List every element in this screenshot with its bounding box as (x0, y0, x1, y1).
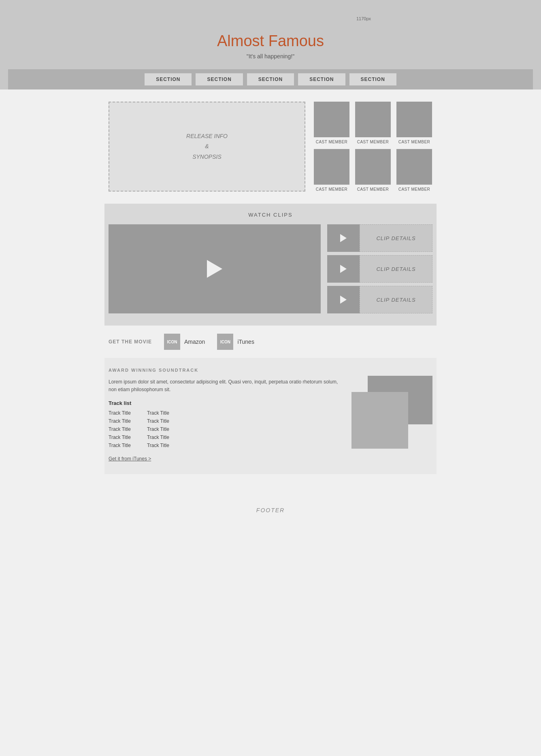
clip-item-1[interactable]: CLIP DETAILS (327, 224, 432, 252)
cast-item-5[interactable]: CAST MEMBER (355, 149, 391, 192)
clip-details-text-2: CLIP DETAILS (376, 266, 415, 272)
amazon-icon: ICON (164, 334, 180, 350)
release-line3: SYNOPSIS (192, 153, 222, 160)
release-info-text: RELEASE INFO & SYNOPSIS (186, 131, 228, 162)
soundtrack-right (351, 368, 432, 462)
amazon-label: Amazon (184, 339, 205, 345)
clip-details-text-3: CLIP DETAILS (376, 297, 415, 303)
release-info-box: RELEASE INFO & SYNOPSIS (109, 102, 305, 192)
nav-bar: SECTION SECTION SECTION SECTION SECTION (8, 69, 533, 89)
clip-details-area-2: CLIP DETAILS (360, 255, 432, 283)
track-2-4: Track Title (147, 434, 169, 440)
nav-btn-5[interactable]: SECTION (349, 73, 396, 85)
itunes-label: iTunes (237, 339, 254, 345)
track-1-4: Track Title (109, 434, 131, 440)
cast-grid: CAST MEMBER CAST MEMBER CAST MEMBER CAST… (313, 102, 432, 192)
cast-name-4: CAST MEMBER (316, 187, 348, 192)
play-icon-small-3 (340, 296, 347, 304)
cast-item-4[interactable]: CAST MEMBER (313, 149, 350, 192)
track-1-5: Track Title (109, 443, 131, 448)
cast-photo-1 (314, 102, 349, 137)
footer-text: FOOTER (256, 507, 285, 513)
cast-name-6: CAST MEMBER (398, 187, 430, 192)
clip-list: CLIP DETAILS CLIP DETAILS (327, 224, 432, 313)
track-1-2: Track Title (109, 418, 131, 424)
album-art-front (351, 392, 408, 449)
purchase-itunes[interactable]: ICON iTunes (217, 334, 254, 350)
release-line2: & (205, 143, 209, 149)
soundtrack-description: Lorem ipsum dolor sit amet, consectetur … (109, 378, 343, 394)
movie-title: Almost Famous (8, 32, 533, 50)
clip-thumb-1 (327, 224, 360, 252)
cast-name-2: CAST MEMBER (357, 140, 389, 144)
nav-btn-1[interactable]: SECTION (145, 73, 192, 85)
nav-btn-2[interactable]: SECTION (196, 73, 243, 85)
width-label: 1170px (356, 16, 371, 21)
play-icon-large (207, 260, 222, 278)
track-col-2: Track Title Track Title Track Title Trac… (147, 410, 169, 448)
track-2-3: Track Title (147, 426, 169, 432)
nav-btn-3[interactable]: SECTION (247, 73, 294, 85)
hero-section: 1170px Almost Famous "It's all happening… (0, 0, 541, 89)
footer: FOOTER (0, 486, 541, 526)
cast-photo-5 (355, 149, 391, 185)
release-line1: RELEASE INFO (186, 133, 228, 139)
track-col-1: Track Title Track Title Track Title Trac… (109, 410, 131, 448)
soundtrack-left: AWARD WINNING SOUNDTRACK Lorem ipsum dol… (109, 368, 343, 462)
movie-tagline: "It's all happening!" (8, 53, 533, 60)
clip-item-3[interactable]: CLIP DETAILS (327, 286, 432, 313)
itunes-link[interactable]: Get it from iTunes > (109, 456, 151, 462)
watch-clips-section: WATCH CLIPS CLIP DETAILS (104, 204, 437, 326)
soundtrack-heading: AWARD WINNING SOUNDTRACK (109, 368, 343, 373)
watch-clips-heading: WATCH CLIPS (109, 212, 432, 218)
track-2-5: Track Title (147, 443, 169, 448)
track-2-2: Track Title (147, 418, 169, 424)
play-icon-small-1 (340, 234, 347, 242)
movie-info-section: RELEASE INFO & SYNOPSIS CAST MEMBER CAST… (104, 102, 437, 192)
cast-item-2[interactable]: CAST MEMBER (355, 102, 391, 144)
main-video-player[interactable] (109, 224, 321, 313)
clip-thumb-2 (327, 255, 360, 283)
cast-item-1[interactable]: CAST MEMBER (313, 102, 350, 144)
get-movie-label: GET THE MOVIE (109, 339, 152, 345)
track-1-3: Track Title (109, 426, 131, 432)
track-1-1: Track Title (109, 410, 131, 416)
nav-btn-4[interactable]: SECTION (298, 73, 345, 85)
clip-details-text-1: CLIP DETAILS (376, 235, 415, 241)
clips-layout: CLIP DETAILS CLIP DETAILS (109, 224, 432, 313)
cast-photo-6 (396, 149, 432, 185)
cast-photo-4 (314, 149, 349, 185)
play-icon-small-2 (340, 265, 347, 273)
cast-item-3[interactable]: CAST MEMBER (396, 102, 432, 144)
clip-details-area-1: CLIP DETAILS (360, 224, 432, 252)
cast-photo-3 (396, 102, 432, 137)
track-columns: Track Title Track Title Track Title Trac… (109, 410, 343, 448)
clip-item-2[interactable]: CLIP DETAILS (327, 255, 432, 283)
cast-name-3: CAST MEMBER (398, 140, 430, 144)
clip-details-area-3: CLIP DETAILS (360, 286, 432, 313)
itunes-icon: ICON (217, 334, 233, 350)
cast-name-5: CAST MEMBER (357, 187, 389, 192)
soundtrack-section: AWARD WINNING SOUNDTRACK Lorem ipsum dol… (104, 358, 437, 474)
cast-photo-2 (355, 102, 391, 137)
main-content: RELEASE INFO & SYNOPSIS CAST MEMBER CAST… (104, 89, 437, 486)
cast-name-1: CAST MEMBER (316, 140, 348, 144)
purchase-amazon[interactable]: ICON Amazon (164, 334, 205, 350)
clip-thumb-3 (327, 286, 360, 313)
track-2-1: Track Title (147, 410, 169, 416)
cast-item-6[interactable]: CAST MEMBER (396, 149, 432, 192)
track-list-label: Track list (109, 400, 343, 406)
get-movie-section: GET THE MOVIE ICON Amazon ICON iTunes (104, 326, 437, 358)
